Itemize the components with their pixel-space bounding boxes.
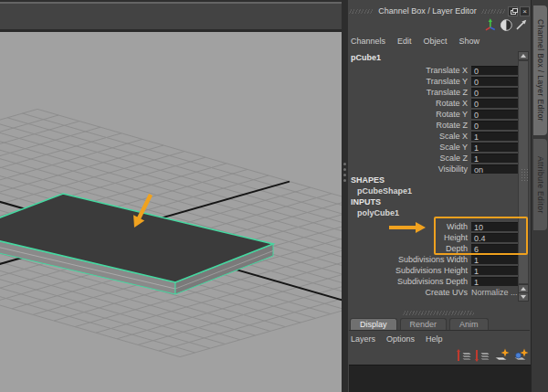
speed-toggle-icon[interactable]	[500, 18, 513, 32]
channel-value-field[interactable]: 0	[471, 77, 518, 86]
channel-label[interactable]: Rotate X	[349, 99, 471, 108]
channel-value-field[interactable]: on	[471, 164, 518, 174]
channel-label[interactable]: Rotate Y	[349, 110, 471, 119]
titlebar-hatch	[481, 9, 506, 14]
transform-row-2: Translate Z0	[349, 87, 530, 98]
channel-label[interactable]: Translate Z	[349, 88, 471, 97]
channel-label[interactable]: Scale Z	[349, 154, 471, 163]
shapes-section-header: SHAPES	[349, 175, 530, 185]
channel-value-field[interactable]: 0	[471, 66, 518, 75]
channel-label[interactable]: Rotate Z	[349, 121, 471, 130]
channel-value-field[interactable]: 1	[471, 154, 518, 163]
channel-label[interactable]: Translate X	[349, 66, 471, 75]
input-node-name[interactable]: polyCube1	[349, 207, 530, 218]
layereditor-menu-layers[interactable]: Layers	[351, 334, 375, 344]
editor-tab-strip: Channel Box / Layer EditorAttribute Edit…	[531, 0, 548, 392]
channelbox-menu-channels[interactable]: Channels	[351, 37, 385, 46]
down-arrow-icon	[521, 295, 526, 299]
layer-list[interactable]	[349, 365, 544, 392]
channel-value-field[interactable]: 1	[471, 255, 518, 264]
channel-value-field[interactable]: 0	[471, 110, 518, 119]
transform-attributes: Translate X0Translate Y0Translate Z0Rota…	[349, 65, 530, 175]
undock-panel-button[interactable]	[508, 6, 518, 16]
channel-value-field[interactable]: 1	[471, 143, 518, 152]
layer-editor-tabs: DisplayRenderAnim	[349, 318, 530, 331]
channel-value-field[interactable]: 1	[471, 132, 518, 141]
channel-box-panel: Channel Box / Layer Editor ×	[348, 0, 531, 392]
divider-grip-dot	[343, 163, 346, 165]
channel-value-field[interactable]: 0	[471, 99, 518, 108]
side-tab-channel-box-layer-editor[interactable]: Channel Box / Layer Editor	[533, 5, 547, 135]
layer-editor-toolbar	[457, 347, 530, 363]
channel-label[interactable]: Scale Y	[349, 143, 471, 152]
polycube-row-1: Height0.4	[349, 232, 530, 243]
transform-row-5: Rotate Z0	[349, 120, 530, 131]
channel-label[interactable]: Translate Y	[349, 77, 471, 86]
scroll-up-button[interactable]	[518, 51, 529, 60]
channelbox-menu-object[interactable]: Object	[424, 37, 448, 46]
polycube-row-5: Subdivisions Depth1	[349, 276, 530, 287]
move-layer-up-icon[interactable]	[457, 348, 472, 363]
new-layer-from-selected-icon[interactable]	[512, 348, 529, 363]
polycube-row-0: Width10	[349, 221, 530, 232]
channel-value-field[interactable]: 1	[471, 266, 518, 275]
channel-label[interactable]: Subdivisions Depth	[349, 277, 471, 286]
scrollbar-thumb[interactable]	[518, 60, 529, 284]
transform-row-8: Scale Z1	[349, 153, 530, 164]
shape-node-name[interactable]: pCubeShape1	[349, 185, 530, 196]
up-arrow-icon	[521, 54, 526, 58]
channelbox-menu-show[interactable]: Show	[459, 37, 480, 46]
inputs-section-header: INPUTS	[349, 196, 530, 207]
channel-value-field[interactable]: 0	[471, 121, 518, 130]
layer-editor-menubar: LayersOptionsHelp	[351, 333, 528, 345]
panel-title: Channel Box / Layer Editor	[374, 6, 481, 16]
channel-value-field[interactable]: 6	[471, 244, 518, 253]
tab-display[interactable]: Display	[350, 318, 397, 330]
viewport-canvas[interactable]	[0, 35, 342, 392]
divider-grip-dot	[343, 179, 346, 182]
channelbox-menu-edit[interactable]: Edit	[397, 37, 412, 46]
new-empty-layer-icon[interactable]	[493, 348, 510, 363]
side-tab-attribute-editor[interactable]: Attribute Editor	[533, 139, 547, 230]
tab-anim[interactable]: Anim	[449, 318, 489, 330]
channel-label[interactable]: Scale X	[349, 132, 471, 141]
channel-box-titlebar[interactable]: Channel Box / Layer Editor ×	[349, 5, 530, 17]
transform-row-3: Rotate X0	[349, 98, 530, 109]
panel-divider[interactable]	[342, 0, 348, 392]
polycube-row-6: Create UVsNormalize ...	[349, 287, 530, 298]
axis-manipulator-icon[interactable]	[483, 17, 498, 32]
selected-object-name[interactable]: pCube1	[349, 52, 530, 63]
move-layer-down-icon[interactable]	[475, 348, 490, 363]
divider-grip-dot	[343, 174, 346, 176]
channel-value-field[interactable]: 0	[471, 88, 518, 97]
polycube-row-3: Subdivisions Width1	[349, 254, 530, 265]
transform-row-7: Scale Y1	[349, 142, 530, 153]
scroll-down-button[interactable]	[518, 292, 529, 302]
divider-grip-dot	[343, 168, 346, 171]
titlebar-hatch	[349, 9, 374, 14]
viewport-toolbar	[0, 4, 342, 32]
channel-label[interactable]: Depth	[349, 244, 471, 253]
channel-box-scrollbar[interactable]	[518, 51, 529, 301]
channel-value-field[interactable]: 10	[471, 222, 518, 231]
layereditor-menu-help[interactable]: Help	[426, 334, 443, 344]
channel-label[interactable]: Subdivisions Height	[349, 266, 471, 275]
transform-row-6: Scale X1	[349, 131, 530, 142]
slider-mode-icon[interactable]	[514, 18, 529, 32]
transform-row-0: Translate X0	[349, 65, 530, 76]
channel-label[interactable]: Subdivisions Width	[349, 255, 471, 264]
close-panel-button[interactable]: ×	[520, 6, 530, 16]
channel-label[interactable]: Create UVs	[349, 288, 471, 297]
channel-label[interactable]: Visibility	[349, 164, 471, 174]
channel-value-field[interactable]: 1	[471, 277, 518, 286]
layereditor-menu-options[interactable]: Options	[386, 334, 415, 344]
polycube-row-4: Subdivisions Height1	[349, 265, 530, 276]
viewport-panel[interactable]	[0, 0, 342, 392]
transform-row-1: Translate Y0	[349, 76, 530, 87]
polycube-row-2: Depth6	[349, 243, 530, 254]
transform-row-4: Rotate Y0	[349, 109, 530, 120]
pane-splitter-handle[interactable]	[403, 311, 474, 315]
tab-render[interactable]: Render	[400, 318, 448, 330]
maya-window: Channel Box / Layer Editor ×	[0, 0, 548, 392]
channel-value-field[interactable]: 0.4	[471, 233, 518, 242]
